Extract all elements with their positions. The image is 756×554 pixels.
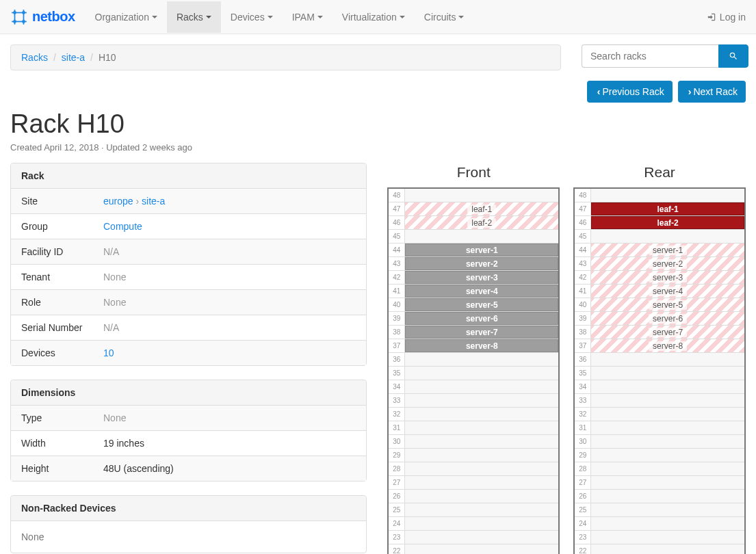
rack-unit: 28 bbox=[389, 462, 558, 476]
empty-slot[interactable] bbox=[405, 394, 558, 407]
serial-label: Serial Number bbox=[11, 315, 93, 341]
chevron-down-icon bbox=[152, 16, 157, 18]
empty-slot[interactable] bbox=[405, 490, 558, 503]
unit-label: 47 bbox=[389, 202, 405, 215]
nav-item-ipam[interactable]: IPAM bbox=[283, 1, 333, 33]
device-slot[interactable]: server-3 bbox=[591, 271, 744, 284]
empty-slot[interactable] bbox=[405, 503, 558, 516]
empty-slot[interactable] bbox=[405, 517, 558, 530]
devices-link[interactable]: 10 bbox=[103, 347, 114, 358]
site-name-link[interactable]: site-a bbox=[142, 196, 165, 207]
empty-slot[interactable] bbox=[405, 544, 558, 554]
empty-slot[interactable] bbox=[591, 421, 744, 434]
device-slot[interactable]: server-5 bbox=[405, 298, 558, 311]
unit-label: 24 bbox=[575, 517, 591, 530]
nav-item-circuits[interactable]: Circuits bbox=[415, 1, 474, 33]
device-slot[interactable]: server-4 bbox=[591, 285, 744, 298]
device-slot[interactable]: server-1 bbox=[591, 243, 744, 256]
empty-slot[interactable] bbox=[591, 380, 744, 393]
device-slot[interactable]: server-4 bbox=[405, 285, 558, 298]
device-slot[interactable]: leaf-1 bbox=[405, 202, 558, 215]
empty-slot[interactable] bbox=[405, 408, 558, 421]
device-slot[interactable]: server-8 bbox=[591, 339, 744, 352]
login-icon bbox=[707, 12, 716, 22]
rack-unit: 22 bbox=[389, 544, 558, 554]
device-slot[interactable]: server-1 bbox=[405, 243, 558, 256]
nav-item-virtualization[interactable]: Virtualization bbox=[333, 1, 415, 33]
svg-point-7 bbox=[22, 20, 25, 23]
empty-slot[interactable] bbox=[405, 531, 558, 544]
rack-unit: 23 bbox=[575, 531, 744, 544]
device-slot[interactable]: server-6 bbox=[405, 312, 558, 325]
login-link[interactable]: Log in bbox=[707, 12, 746, 23]
empty-slot[interactable] bbox=[591, 353, 744, 366]
empty-slot[interactable] bbox=[591, 517, 744, 530]
empty-slot[interactable] bbox=[591, 544, 744, 554]
unit-label: 48 bbox=[389, 189, 405, 202]
device-slot[interactable]: server-7 bbox=[591, 326, 744, 339]
empty-slot[interactable] bbox=[591, 531, 744, 544]
previous-rack-button[interactable]: ‹ Previous Rack bbox=[587, 81, 673, 103]
device-slot[interactable]: server-3 bbox=[405, 271, 558, 284]
unit-label: 46 bbox=[575, 216, 591, 229]
device-slot[interactable]: server-5 bbox=[591, 298, 744, 311]
empty-slot[interactable] bbox=[405, 449, 558, 462]
empty-slot[interactable] bbox=[591, 408, 744, 421]
chevron-down-icon bbox=[458, 16, 464, 18]
empty-slot[interactable] bbox=[591, 490, 744, 503]
type-value: None bbox=[103, 412, 126, 423]
device-slot[interactable]: server-7 bbox=[405, 326, 558, 339]
search-input[interactable] bbox=[582, 44, 718, 68]
empty-slot[interactable] bbox=[405, 380, 558, 393]
device-slot[interactable]: leaf-2 bbox=[405, 216, 558, 229]
rack-unit: 48 bbox=[389, 189, 558, 202]
empty-slot[interactable] bbox=[405, 230, 558, 243]
nav-item-devices[interactable]: Devices bbox=[221, 1, 283, 33]
chevron-down-icon bbox=[268, 16, 273, 18]
logo[interactable]: netbox bbox=[10, 8, 75, 26]
rack-unit: 27 bbox=[389, 476, 558, 490]
role-label: Role bbox=[11, 290, 93, 315]
empty-slot[interactable] bbox=[591, 503, 744, 516]
unit-label: 42 bbox=[389, 271, 405, 284]
empty-slot[interactable] bbox=[591, 367, 744, 380]
empty-slot[interactable] bbox=[591, 230, 744, 243]
nav-menu: OrganizationRacksDevicesIPAMVirtualizati… bbox=[86, 1, 707, 33]
empty-slot[interactable] bbox=[591, 394, 744, 407]
unit-label: 35 bbox=[575, 367, 591, 380]
breadcrumb-racks[interactable]: Racks bbox=[21, 52, 48, 63]
empty-slot[interactable] bbox=[405, 421, 558, 434]
empty-slot[interactable] bbox=[591, 435, 744, 448]
rack-unit: 43server-2 bbox=[389, 257, 558, 271]
empty-slot[interactable] bbox=[591, 476, 744, 489]
unit-label: 31 bbox=[575, 421, 591, 434]
device-slot[interactable]: leaf-2 bbox=[591, 216, 744, 229]
empty-slot[interactable] bbox=[591, 462, 744, 475]
unit-label: 24 bbox=[389, 517, 405, 530]
empty-slot[interactable] bbox=[405, 353, 558, 366]
device-slot[interactable]: server-2 bbox=[405, 257, 558, 270]
nav-item-organization[interactable]: Organization bbox=[86, 1, 167, 33]
group-link[interactable]: Compute bbox=[103, 221, 142, 232]
tenant-value: None bbox=[103, 272, 126, 282]
empty-slot[interactable] bbox=[405, 462, 558, 475]
breadcrumb: Racks / site-a / H10 bbox=[10, 44, 561, 70]
search-button[interactable] bbox=[718, 44, 748, 68]
site-region-link[interactable]: europe bbox=[103, 196, 133, 207]
nav-item-racks[interactable]: Racks bbox=[167, 1, 221, 33]
device-slot[interactable]: server-6 bbox=[591, 312, 744, 325]
device-slot[interactable]: leaf-1 bbox=[591, 202, 744, 215]
next-rack-button[interactable]: › Next Rack bbox=[678, 81, 746, 103]
empty-slot[interactable] bbox=[405, 435, 558, 448]
breadcrumb-site[interactable]: site-a bbox=[62, 52, 85, 63]
chevron-left-icon: ‹ bbox=[597, 86, 601, 97]
empty-slot[interactable] bbox=[591, 449, 744, 462]
device-slot[interactable]: server-8 bbox=[405, 339, 558, 352]
empty-slot[interactable] bbox=[591, 189, 744, 202]
empty-slot[interactable] bbox=[405, 367, 558, 380]
empty-slot[interactable] bbox=[405, 189, 558, 202]
empty-slot[interactable] bbox=[405, 476, 558, 489]
unit-label: 37 bbox=[389, 339, 405, 352]
device-slot[interactable]: server-2 bbox=[591, 257, 744, 270]
rack-front-elevation: 4847leaf-146leaf-24544server-143server-2… bbox=[387, 187, 560, 554]
